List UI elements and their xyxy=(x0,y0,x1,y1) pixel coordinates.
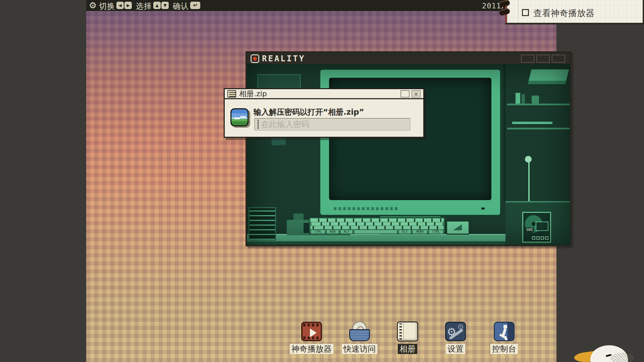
record-icon xyxy=(251,54,259,63)
keyboard-row xyxy=(311,219,443,222)
album-thumbnail-icon xyxy=(230,108,249,126)
icon-label: 神奇播放器 xyxy=(290,344,333,354)
shelf-book xyxy=(516,93,520,104)
wall-divider xyxy=(503,64,505,201)
dialog-body: 输入解压密码以打开“相册.zip” xyxy=(225,99,423,136)
icon-label: 快速访问 xyxy=(342,344,377,354)
text-caret xyxy=(258,120,259,129)
up-arrow-key-icon[interactable]: ▲ xyxy=(153,2,161,9)
dialog-titlebar: 相册.zip x xyxy=(225,89,423,99)
password-input[interactable] xyxy=(254,118,411,131)
desktop-icon-console[interactable]: 控制台 xyxy=(481,321,528,354)
keyboard-row xyxy=(311,226,443,229)
dialog-close-button[interactable]: x xyxy=(412,90,421,98)
reality-window: REALITY xyxy=(246,51,572,246)
duck-shading xyxy=(610,353,634,362)
notebook-panel: 查看神奇播放器 xyxy=(502,0,644,24)
hint-switch-label: 切换 xyxy=(99,1,115,11)
key-ctrl-left: CTRL xyxy=(311,230,325,234)
shelf-book xyxy=(522,94,525,104)
desk-lamp xyxy=(528,162,530,201)
top-bar: ⚙ 切换 ◀ ▶ 选择 ▲ ▼ 确认 ↵ 2011/ xyxy=(86,0,556,11)
hint-select-label: 选择 xyxy=(136,1,152,11)
printer xyxy=(528,69,569,84)
down-arrow-key-icon[interactable]: ▼ xyxy=(161,2,169,9)
crt-vents xyxy=(334,207,397,210)
dialog-title: 相册.zip xyxy=(239,89,267,99)
duck-character[interactable] xyxy=(574,343,643,362)
desktop-icon-quick-access[interactable]: 快速访问 xyxy=(336,321,383,354)
cd-buttons xyxy=(532,236,548,240)
right-arrow-key-icon[interactable]: ▶ xyxy=(124,2,132,9)
stage: ⚙ 切换 ◀ ▶ 选择 ▲ ▼ 确认 ↵ 2011/ REALITY xyxy=(0,0,644,362)
key-ctrl-right: CTRL xyxy=(429,230,443,234)
desktop-background: ⚙ 切换 ◀ ▶ 选择 ▲ ▼ 确认 ↵ 2011/ REALITY xyxy=(86,0,556,362)
cd-label: CHI xyxy=(526,228,534,232)
magic-player-icon xyxy=(301,321,323,342)
icon-label: 控制台 xyxy=(490,344,518,354)
left-arrow-key-icon[interactable]: ◀ xyxy=(116,2,124,9)
key-win: WIN xyxy=(326,230,339,234)
desk-lamp-head xyxy=(525,156,532,163)
cd-panel xyxy=(536,222,548,231)
desktop-icon-settings[interactable]: ⚙⚙ 设置 xyxy=(432,321,479,354)
key-alt-left: ALT xyxy=(340,230,353,234)
shelf-rod xyxy=(512,122,552,124)
keyboard: CTRL WIN ALT ALT MENU CTRL xyxy=(309,217,445,234)
task-checkbox[interactable] xyxy=(522,9,529,16)
crt-power-led xyxy=(481,207,485,209)
settings-icon: ⚙⚙ xyxy=(444,321,467,342)
big-enter-key xyxy=(446,221,470,235)
window-controls xyxy=(521,55,565,63)
password-prompt: 输入解压密码以打开“相册.zip” xyxy=(254,107,364,117)
key-alt-right: ALT xyxy=(398,230,411,234)
desktop-icon-album[interactable]: 相册 xyxy=(384,321,431,354)
hint-confirm-label: 确认 xyxy=(173,1,189,11)
window-button-2[interactable] xyxy=(536,55,550,63)
keyboard-bottom-row: CTRL WIN ALT ALT MENU CTRL xyxy=(311,230,443,234)
window-button-3[interactable] xyxy=(552,55,565,63)
key-menu: MENU xyxy=(412,230,428,234)
task-label: 查看神奇播放器 xyxy=(533,7,594,19)
console-icon xyxy=(493,321,515,342)
zip-file-icon xyxy=(227,90,236,98)
shelf-item xyxy=(532,96,539,104)
icon-label-selected: 相册 xyxy=(398,344,417,354)
album-icon xyxy=(396,321,419,342)
shelf xyxy=(507,104,570,105)
window-button-1[interactable] xyxy=(521,55,534,63)
shelf xyxy=(507,128,570,129)
keyboard-row xyxy=(311,222,443,226)
reality-titlebar: REALITY xyxy=(247,53,570,64)
icon-label: 设置 xyxy=(446,344,465,354)
notebook-margin-line xyxy=(518,0,519,23)
dialog-blank-button[interactable] xyxy=(400,90,410,98)
reality-window-title: REALITY xyxy=(262,54,305,63)
key-space xyxy=(354,230,397,234)
quick-access-icon xyxy=(348,321,371,342)
gear-icon[interactable]: ⚙ xyxy=(89,0,97,10)
zip-password-dialog: 相册.zip x 输入解压密码以打开“相册.zip” xyxy=(224,88,424,138)
enter-key-icon[interactable]: ↵ xyxy=(190,2,200,9)
cd-case: CHI xyxy=(522,212,551,243)
file-box xyxy=(249,207,276,241)
desktop-icon-magic-player[interactable]: 神奇播放器 xyxy=(288,321,335,354)
